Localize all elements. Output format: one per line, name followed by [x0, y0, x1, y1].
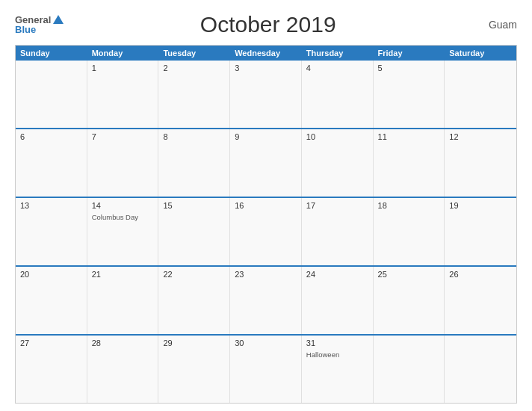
- calendar-cell: 15: [158, 198, 230, 265]
- day-number: 24: [306, 270, 368, 279]
- day-event: Halloween: [306, 350, 368, 359]
- day-number: 5: [378, 64, 440, 72]
- day-number: 8: [163, 132, 225, 141]
- header: General Blue October 2019 Guam: [15, 12, 517, 37]
- calendar-header: SundayMondayTuesdayWednesdayThursdayFrid…: [16, 46, 516, 61]
- calendar-header-cell: Saturday: [445, 46, 516, 61]
- day-number: 16: [235, 201, 297, 210]
- calendar-week: 12345: [16, 61, 516, 129]
- day-number: 23: [235, 270, 297, 279]
- day-number: 29: [163, 339, 225, 347]
- calendar-cell: [445, 61, 516, 128]
- day-number: 26: [449, 270, 512, 279]
- day-number: 12: [449, 132, 512, 141]
- calendar-cell: 6: [16, 129, 87, 197]
- calendar-cell: 23: [230, 267, 302, 334]
- day-number: 19: [449, 201, 512, 210]
- region-label: Guam: [472, 19, 517, 31]
- day-number: 9: [235, 132, 297, 141]
- calendar-header-cell: Monday: [87, 46, 159, 61]
- day-number: 22: [163, 270, 225, 279]
- day-number: 4: [306, 64, 368, 72]
- calendar-cell: 22: [158, 267, 230, 334]
- calendar-cell: 21: [87, 267, 159, 334]
- calendar: SundayMondayTuesdayWednesdayThursdayFrid…: [15, 45, 517, 404]
- calendar-cell: [16, 61, 87, 128]
- calendar-week: 2728293031Halloween: [16, 336, 516, 403]
- day-event: Columbus Day: [92, 213, 154, 221]
- calendar-cell: 18: [374, 198, 445, 265]
- calendar-cell: 28: [87, 336, 159, 403]
- calendar-cell: 1: [87, 61, 159, 128]
- day-number: 18: [378, 201, 440, 210]
- calendar-cell: 25: [374, 267, 445, 334]
- logo-triangle-icon: [53, 15, 64, 24]
- logo: General Blue: [15, 15, 64, 34]
- day-number: 6: [20, 132, 82, 141]
- calendar-cell: 3: [230, 61, 302, 128]
- day-number: 21: [92, 270, 154, 279]
- calendar-cell: 24: [302, 267, 374, 334]
- calendar-header-cell: Wednesday: [230, 46, 302, 61]
- calendar-cell: 16: [230, 198, 302, 265]
- day-number: 15: [163, 201, 225, 210]
- calendar-cell: 5: [374, 61, 445, 128]
- calendar-cell: 4: [302, 61, 374, 128]
- day-number: 20: [20, 270, 82, 279]
- calendar-page: General Blue October 2019 Guam SundayMon…: [0, 0, 532, 411]
- day-number: 11: [378, 132, 440, 141]
- day-number: 13: [20, 201, 82, 210]
- calendar-cell: 13: [16, 198, 87, 265]
- calendar-header-cell: Friday: [374, 46, 445, 61]
- calendar-cell: 29: [158, 336, 230, 403]
- calendar-header-cell: Tuesday: [158, 46, 230, 61]
- logo-blue: Blue: [15, 25, 36, 34]
- day-number: 14: [92, 201, 154, 210]
- day-number: 10: [306, 132, 368, 141]
- calendar-week: 20212223242526: [16, 267, 516, 336]
- calendar-cell: 20: [16, 267, 87, 334]
- day-number: 25: [378, 270, 440, 279]
- calendar-cell: 7: [87, 129, 159, 197]
- calendar-cell: 14Columbus Day: [87, 198, 159, 265]
- month-title: October 2019: [64, 12, 472, 37]
- calendar-body: 1234567891011121314Columbus Day151617181…: [16, 61, 516, 403]
- day-number: 1: [92, 64, 154, 72]
- day-number: 2: [163, 64, 225, 72]
- calendar-cell: [374, 336, 445, 403]
- day-number: 17: [306, 201, 368, 210]
- calendar-cell: 8: [158, 129, 230, 197]
- calendar-cell: 31Halloween: [302, 336, 374, 403]
- calendar-cell: 30: [230, 336, 302, 403]
- calendar-header-cell: Thursday: [302, 46, 374, 61]
- calendar-week: 1314Columbus Day1516171819: [16, 198, 516, 267]
- calendar-header-cell: Sunday: [16, 46, 87, 61]
- calendar-cell: 11: [374, 129, 445, 197]
- calendar-cell: 27: [16, 336, 87, 403]
- calendar-week: 6789101112: [16, 129, 516, 198]
- calendar-cell: 2: [158, 61, 230, 128]
- day-number: 27: [20, 339, 82, 347]
- calendar-cell: 26: [445, 267, 516, 334]
- day-number: 7: [92, 132, 154, 141]
- calendar-cell: [445, 336, 516, 403]
- calendar-cell: 12: [445, 129, 516, 197]
- calendar-cell: 19: [445, 198, 516, 265]
- calendar-cell: 9: [230, 129, 302, 197]
- day-number: 28: [92, 339, 154, 347]
- calendar-cell: 10: [302, 129, 374, 197]
- day-number: 30: [235, 339, 297, 347]
- day-number: 3: [235, 64, 297, 72]
- calendar-cell: 17: [302, 198, 374, 265]
- day-number: 31: [306, 339, 368, 347]
